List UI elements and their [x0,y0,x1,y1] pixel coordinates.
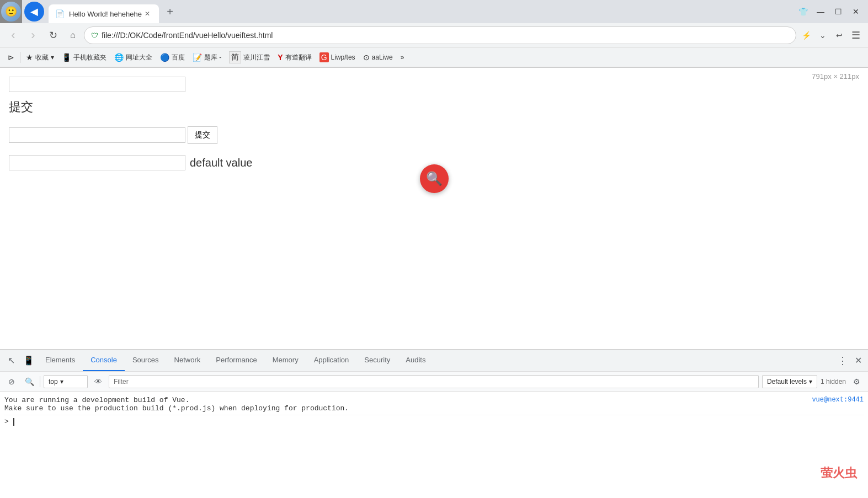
devtools-close-button[interactable]: ✕ [850,353,866,368]
tab-memory-label: Memory [273,356,299,364]
submit-text: 提交 [9,99,859,115]
active-tab[interactable]: 📄 Hello World! hehehehe ✕ [49,4,159,23]
tab-audits[interactable]: Audits [398,350,433,371]
input-field-2[interactable] [9,127,185,143]
tab-performance-label: Performance [216,356,257,364]
page-content: 791px × 211px 提交 提交 default value 🔍 [0,68,868,350]
youdao-button[interactable]: Y 有道翻译 [274,50,315,65]
input-field-1[interactable] [9,77,185,92]
close-button[interactable]: ✕ [848,4,864,19]
star-icon: ★ [26,53,33,62]
console-prompt: > [4,417,9,426]
tab-network[interactable]: Network [167,350,209,371]
tab-memory[interactable]: Memory [265,350,306,371]
url-collection-label: 网址大全 [126,53,152,62]
reload-button[interactable]: ↻ [44,26,62,44]
lingchuan-button[interactable]: 简 凌川江雪 [226,50,273,65]
address-bar[interactable]: 🛡 file:///D:/OK/Code/frontEnd/vueHello/v… [84,26,796,44]
forward-button[interactable]: › [24,26,42,44]
device-toolbar-button[interactable]: 📱 [20,352,38,370]
tab-security[interactable]: Security [356,350,398,371]
questions-button[interactable]: 📝 题库 - [189,50,225,65]
console-message-link-1[interactable]: vue@next:9441 [812,396,864,404]
more-bookmarks-button[interactable]: » [397,50,408,65]
navigation-toolbar: ‹ › ↻ ⌂ 🛡 file:///D:/OK/Code/frontEnd/vu… [0,23,868,47]
back-button[interactable]: ‹ [4,26,22,44]
input-field-3[interactable] [9,155,185,170]
console-message-1: You are running a development build of V… [4,394,864,415]
liwp-button[interactable]: G Liwp/tes [316,50,359,65]
secure-icon: 🛡 [91,31,98,40]
settings-gear-button[interactable]: ⚙ [849,374,864,389]
tab-sources-label: Sources [132,356,159,364]
console-input-row: > [4,415,864,428]
mobile-bookmarks-label: 手机收藏夹 [73,53,106,62]
tab-sources[interactable]: Sources [125,350,167,371]
console-filter-input[interactable] [109,375,759,388]
mobile-icon: 📱 [62,53,71,62]
tab-console[interactable]: Console [83,350,125,371]
tab-elements[interactable]: Elements [38,350,83,371]
device-icon: 📱 [23,355,34,366]
levels-arrow-icon: ▾ [809,378,812,385]
google-icon: G [319,52,329,62]
toolbar-separator-1 [40,376,40,387]
minimize-button[interactable]: — [813,4,828,19]
clear-console-button[interactable]: ⊘ [4,374,19,389]
tab-application[interactable]: Application [306,350,357,371]
bookmark-separator-1 [20,52,20,63]
shirt-icon[interactable]: 👕 [795,4,811,19]
search-fab-button[interactable]: 🔍 [420,164,449,193]
browser-avatar: 🙂 [0,0,22,23]
cursor-icon: ↖ [8,355,15,366]
home-button[interactable]: ⌂ [64,26,82,44]
console-toolbar: ⊘ 🔍 top ▾ 👁 Default levels ▾ 1 hidden ⚙ [0,372,868,392]
github-icon: ⊙ [363,53,370,62]
more-button[interactable]: ☰ [848,28,864,43]
chevron-down-icon[interactable]: ⌄ [815,28,830,43]
favorites-button[interactable]: ★ 收藏 ▾ [23,50,57,65]
questions-icon: 📝 [193,53,202,62]
tab-elements-label: Elements [45,356,75,364]
context-dropdown[interactable]: top ▾ [44,375,88,388]
baidu-button[interactable]: 🔵 百度 [157,50,188,65]
tab-security-label: Security [364,356,390,364]
eye-icon-button[interactable]: 👁 [91,374,105,389]
youdao-icon: Y [278,53,283,62]
devtools-more-button[interactable]: ⋮ [835,353,850,368]
default-value-text: default value [190,157,252,169]
bookmarks-manager-button[interactable]: ⊳ [4,50,18,65]
youdao-label: 有道翻译 [285,53,312,62]
tab-network-label: Network [174,356,201,364]
github-button[interactable]: ⊙ aaLiwe [360,50,396,65]
tab-favicon: 📄 [55,9,65,18]
address-bar-actions: ⚡ ⌄ ↩ ☰ [798,28,864,43]
tab-close-button[interactable]: ✕ [142,9,152,19]
tab-bar: 🙂 ◀ 📄 Hello World! hehehehe ✕ + 👕 — ☐ ✕ [0,0,868,23]
lightning-icon[interactable]: ⚡ [798,28,814,43]
globe-icon: 🌐 [114,53,124,62]
filter-icon-button[interactable]: 🔍 [22,374,36,389]
dropdown-arrow-icon: ▾ [60,378,63,385]
search-icon: 🔍 [426,171,443,186]
devtools-tab-bar: ↖ 📱 Elements Console Sources Network Per… [0,350,868,372]
maximize-button[interactable]: ☐ [830,4,846,19]
more-bookmarks-label: » [401,53,404,61]
mobile-bookmarks-button[interactable]: 📱 手机收藏夹 [58,50,110,65]
context-label: top [49,378,58,385]
baidu-icon: 🔵 [160,53,169,62]
url-text: file:///D:/OK/Code/frontEnd/vueHello/vue… [102,31,789,40]
browser-chrome: 🙂 ◀ 📄 Hello World! hehehehe ✕ + 👕 — ☐ ✕ … [0,0,868,68]
tab-performance[interactable]: Performance [208,350,264,371]
console-cursor [13,418,14,426]
new-tab-button[interactable]: + [161,3,179,20]
devtools-panel: ↖ 📱 Elements Console Sources Network Per… [0,349,868,498]
url-collection-button[interactable]: 🌐 网址大全 [111,50,156,65]
github-label: aaLiwe [372,53,393,61]
inspect-element-button[interactable]: ↖ [2,352,20,370]
submit-button[interactable]: 提交 [188,126,217,144]
log-levels-dropdown[interactable]: Default levels ▾ [762,375,817,388]
favorites-label: 收藏 [35,53,49,62]
bookmarks-bar: ⊳ ★ 收藏 ▾ 📱 手机收藏夹 🌐 网址大全 🔵 百度 📝 题库 - 简 凌川… [0,47,868,67]
undo-button[interactable]: ↩ [832,28,847,43]
